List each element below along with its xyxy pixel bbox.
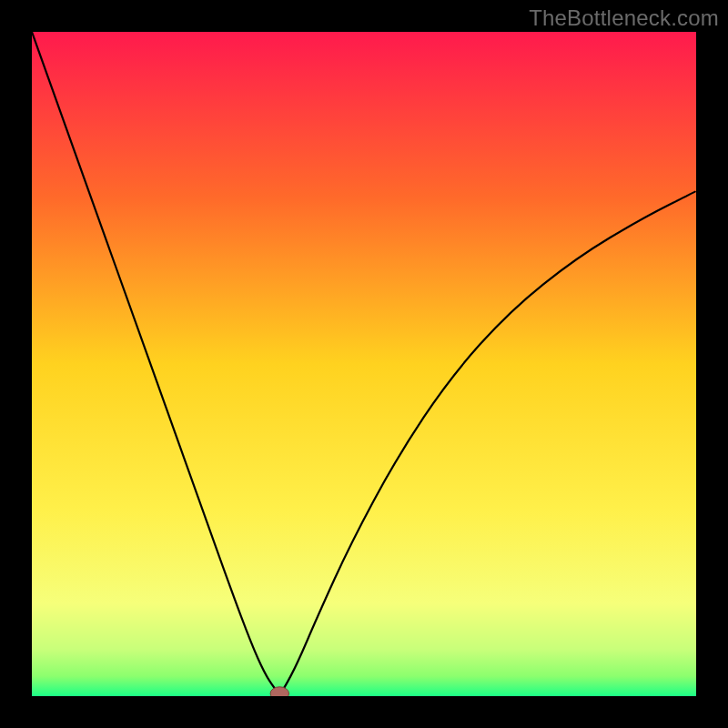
plot-area [32,32,696,696]
chart-frame: TheBottleneck.com [0,0,728,728]
gradient-background [32,32,696,696]
watermark-text: TheBottleneck.com [529,5,719,31]
minimum-marker [270,687,288,696]
chart-svg [32,32,696,696]
